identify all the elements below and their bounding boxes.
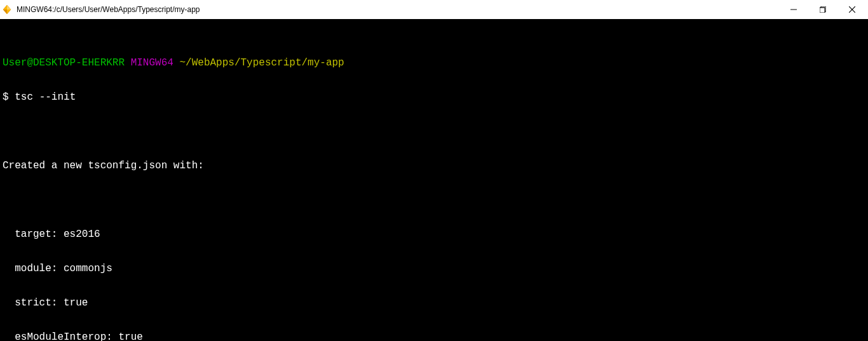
prompt-env: MINGW64 bbox=[131, 57, 173, 69]
prompt-user: User@DESKTOP-EHERKRR bbox=[3, 57, 125, 69]
command-text: tsc --init bbox=[15, 91, 76, 103]
command-line: $ tsc --init bbox=[3, 89, 865, 106]
window-controls bbox=[779, 0, 867, 19]
maximize-button[interactable] bbox=[808, 0, 837, 19]
output-setting: strict: true bbox=[3, 295, 865, 312]
minimize-button[interactable] bbox=[779, 0, 808, 19]
output-setting: esModuleInterop: true bbox=[3, 329, 865, 341]
terminal-content: User@DESKTOP-EHERKRR MINGW64 ~/WebApps/T… bbox=[3, 37, 865, 341]
output-setting: module: commonjs bbox=[3, 260, 865, 277]
terminal[interactable]: User@DESKTOP-EHERKRR MINGW64 ~/WebApps/T… bbox=[0, 19, 868, 341]
window-title-bar: MINGW64:/c/Users/User/WebApps/Typescript… bbox=[0, 0, 868, 19]
app-icon bbox=[1, 4, 13, 15]
svg-marker-2 bbox=[3, 10, 7, 14]
svg-rect-6 bbox=[820, 8, 825, 13]
output-setting: target: es2016 bbox=[3, 226, 865, 243]
prompt-line: User@DESKTOP-EHERKRR MINGW64 ~/WebApps/T… bbox=[3, 55, 865, 72]
output-header: Created a new tsconfig.json with: bbox=[3, 157, 865, 175]
close-button[interactable] bbox=[837, 0, 867, 19]
prompt-path: ~/WebApps/Typescript/my-app bbox=[179, 57, 344, 69]
prompt-symbol: $ bbox=[3, 91, 9, 103]
window-title: MINGW64:/c/Users/User/WebApps/Typescript… bbox=[17, 5, 779, 14]
